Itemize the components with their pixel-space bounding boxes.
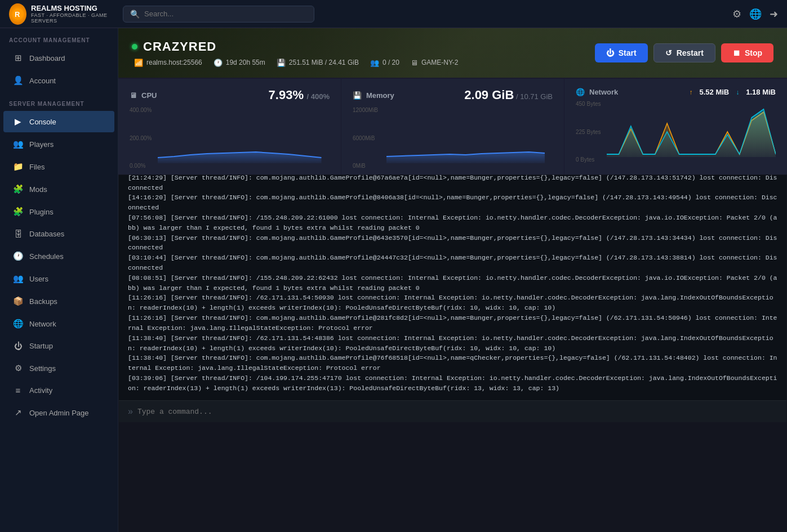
restart-icon: ↺ — [665, 48, 672, 57]
restart-label: Restart — [677, 48, 704, 57]
sidebar-item-console[interactable]: ▶ Console — [3, 111, 114, 132]
sidebar-item-players[interactable]: 👥 Players — [3, 133, 114, 155]
meta-players-value: 0 / 20 — [383, 59, 399, 66]
schedules-icon: 🕐 — [12, 251, 24, 261]
search-input[interactable] — [144, 10, 307, 18]
mem-label-mid: 6000MiB — [353, 135, 375, 141]
meta-memory: 💾 251.51 MiB / 24.41 GiB — [277, 59, 359, 67]
network-icon: 🌐 — [12, 319, 24, 329]
network-card: 🌐 Network ↑ 5.52 MiB ↓ 1.18 MiB 450 Byte… — [564, 79, 787, 175]
console-output[interactable]: [13:08:14] [Worker-Main-3/INFO]: Prepari… — [119, 175, 786, 400]
account-management-label: ACCOUNT MANAGEMENT — [0, 28, 118, 47]
files-icon: 📁 — [12, 162, 24, 172]
sidebar-item-schedules[interactable]: 🕐 Schedules — [3, 245, 114, 267]
power-icon: ⏻ — [606, 48, 614, 57]
network-title: 🌐 Network — [576, 88, 618, 96]
console-log-line: [11:26:16] [Server thread/INFO]: /62.171… — [128, 293, 777, 313]
wifi-icon: 📶 — [134, 59, 143, 67]
logo-icon: R — [9, 3, 26, 25]
sidebar-label-mods: Mods — [29, 185, 47, 194]
logo-title: REALMS HOSTING — [31, 4, 116, 13]
console-log-line: [03:10:44] [Server thread/INFO]: com.moj… — [128, 253, 777, 273]
restart-button[interactable]: ↺ Restart — [653, 43, 715, 62]
memory-chart: 12000MiB 6000MiB 0MiB — [353, 107, 553, 169]
meta-host-value: realms.host:25566 — [146, 59, 202, 66]
net-label-mid: 225 Bytes — [576, 129, 601, 135]
cpu-label-mid: 200.00% — [130, 135, 152, 141]
memory-title: 💾 Memory — [353, 91, 394, 100]
net-label-bot: 0 Bytes — [576, 157, 594, 163]
topbar: R REALMS HOSTING FAST · AFFORDABLE · GAM… — [0, 0, 787, 28]
console-input-row: » — [119, 400, 786, 422]
server-status-dot — [132, 44, 137, 50]
sidebar-item-activity[interactable]: ≡ Activity — [3, 380, 114, 401]
main-content: CRAZYRED 📶 realms.host:25566 🕐 19d 20h 5… — [118, 28, 787, 532]
sidebar-item-startup[interactable]: ⏻ Startup — [3, 336, 114, 356]
net-label-top: 450 Bytes — [576, 101, 601, 107]
users-icon: 👥 — [12, 274, 24, 284]
sidebar-item-plugins[interactable]: 🧩 Plugins — [3, 201, 114, 222]
network-header: 🌐 Network ↑ 5.52 MiB ↓ 1.18 MiB — [576, 88, 776, 96]
sidebar-item-account[interactable]: 👤 Account — [3, 70, 114, 91]
logo: R REALMS HOSTING FAST · AFFORDABLE · GAM… — [9, 3, 116, 25]
cpu-chart: 400.00% 200.00% 0.00% — [130, 107, 330, 169]
tx-value: 5.52 MiB — [700, 88, 730, 96]
meta-host: 📶 realms.host:25566 — [134, 59, 202, 67]
cpu-card: 🖥 CPU 7.93% / 400% 400.00% 200.00% 0.00% — [118, 79, 341, 175]
stop-icon: ⏹ — [732, 48, 740, 57]
sidebar-label-open-admin: Open Admin Page — [29, 409, 89, 417]
logo-text: REALMS HOSTING FAST · AFFORDABLE · GAME … — [31, 4, 116, 24]
account-icon: 👤 — [12, 75, 24, 86]
mods-icon: 🧩 — [12, 184, 24, 194]
players-icon: 👥 — [12, 139, 24, 149]
console-log-line: [08:08:51] [Server thread/INFO]: /155.24… — [128, 273, 777, 293]
sidebar-item-users[interactable]: 👥 Users — [3, 268, 114, 289]
server-header: CRAZYRED 📶 realms.host:25566 🕐 19d 20h 5… — [118, 28, 787, 79]
mem-label-bot: 0MiB — [353, 163, 366, 169]
meta-node: 🖥 GAME-NY-2 — [411, 59, 459, 67]
sidebar-item-dashboard[interactable]: ⊞ Dashboard — [3, 47, 114, 69]
sidebar-item-settings[interactable]: ⚙ Settings — [3, 357, 114, 379]
server-actions: ⏻ Start ↺ Restart ⏹ Stop — [595, 43, 773, 62]
sidebar-label-network: Network — [29, 320, 56, 328]
sidebar-label-schedules: Schedules — [29, 252, 64, 261]
topbar-right: ⚙ 🌐 ➜ — [732, 8, 778, 20]
console-input[interactable] — [137, 408, 777, 416]
svg-marker-5 — [607, 109, 776, 157]
sidebar-item-open-admin[interactable]: ↗ Open Admin Page — [3, 402, 114, 423]
memory-value: 2.09 GiB / 10.71 GiB — [464, 88, 553, 102]
sidebar-item-mods[interactable]: 🧩 Mods — [3, 178, 114, 200]
meta-node-value: GAME-NY-2 — [421, 59, 459, 66]
svg-marker-2 — [158, 152, 321, 163]
sidebar-label-startup: Startup — [29, 342, 53, 350]
globe-icon[interactable]: 🌐 — [749, 8, 762, 20]
console-log-line: [14:16:20] [Server thread/INFO]: com.moj… — [128, 193, 777, 213]
svg-text:R: R — [15, 10, 20, 19]
server-header-content: CRAZYRED 📶 realms.host:25566 🕐 19d 20h 5… — [132, 39, 584, 67]
sidebar-item-backups[interactable]: 📦 Backups — [3, 290, 114, 312]
console-log-line: [06:30:13] [Server thread/INFO]: com.moj… — [128, 233, 777, 253]
settings-icon[interactable]: ⚙ — [732, 8, 741, 20]
databases-icon: 🗄 — [12, 229, 24, 239]
clock-icon: 🕐 — [214, 59, 223, 67]
sidebar-label-plugins: Plugins — [29, 208, 54, 216]
players-meta-icon: 👥 — [370, 59, 379, 67]
server-management-label: SERVER MANAGEMENT — [0, 92, 118, 110]
rx-icon: ↓ — [736, 88, 739, 96]
logout-icon[interactable]: ➜ — [770, 8, 778, 20]
sidebar-item-databases[interactable]: 🗄 Databases — [3, 223, 114, 244]
console-log-line: [07:56:08] [Server thread/INFO]: /155.24… — [128, 213, 777, 233]
console-log-line: [21:24:29] [Server thread/INFO]: com.moj… — [128, 175, 777, 193]
sidebar-item-files[interactable]: 📁 Files — [3, 156, 114, 177]
meta-players: 👥 0 / 20 — [370, 59, 399, 67]
network-chart: 450 Bytes 225 Bytes 0 Bytes — [576, 101, 776, 163]
tx-icon: ↑ — [690, 88, 693, 96]
activity-icon: ≡ — [12, 386, 24, 395]
stop-button[interactable]: ⏹ Stop — [721, 43, 773, 62]
console-icon: ▶ — [12, 117, 24, 127]
memory-header: 💾 Memory 2.09 GiB / 10.71 GiB — [353, 88, 553, 102]
sidebar-item-network[interactable]: 🌐 Network — [3, 313, 114, 334]
search-bar[interactable]: 🔍 — [123, 6, 314, 23]
start-button[interactable]: ⏻ Start — [595, 43, 648, 62]
mem-label-top: 12000MiB — [353, 107, 378, 113]
